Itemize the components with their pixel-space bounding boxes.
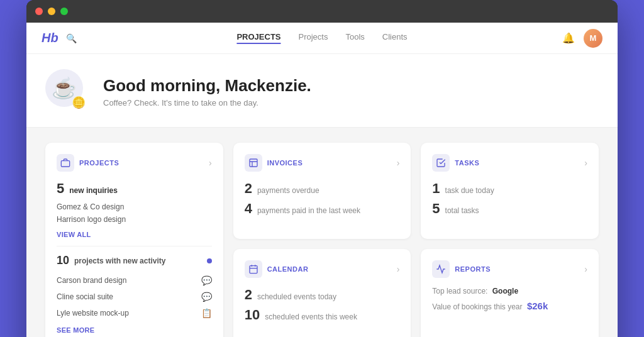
- calendar-card-header: CALENDAR ›: [245, 260, 400, 278]
- svg-rect-1: [250, 159, 257, 167]
- close-button[interactable]: [35, 8, 43, 15]
- activity-item-1[interactable]: Carson brand design 💬: [57, 272, 212, 289]
- reports-title: REPORTS: [455, 265, 491, 273]
- reports-card-header: REPORTS ›: [432, 260, 587, 278]
- maximize-button[interactable]: [60, 8, 68, 15]
- inquiries-label: new inquiries: [69, 186, 118, 195]
- calendar-label-2: scheduled events this week: [265, 312, 357, 321]
- reports-card: REPORTS › Top lead source: Google Value …: [421, 249, 599, 337]
- invoices-arrow[interactable]: ›: [397, 158, 400, 168]
- activity-indicator: [207, 258, 212, 263]
- invoices-count-2: 4: [245, 201, 252, 217]
- activity-header: 10 projects with new activity: [57, 254, 212, 267]
- doc-icon: 📋: [201, 308, 212, 318]
- activity-label: projects with new activity: [74, 257, 165, 265]
- reports-bookings-label: Value of bookings this year: [432, 302, 522, 311]
- svg-rect-0: [61, 161, 69, 167]
- calendar-stat-1: 2 scheduled events today: [245, 287, 400, 303]
- projects-card-header-left: PROJECTS: [57, 154, 119, 172]
- activity-count: 10: [57, 254, 69, 267]
- tasks-title: TASKS: [455, 159, 479, 167]
- calendar-card: CALENDAR › 2 scheduled events today 10 s…: [233, 249, 411, 337]
- nav-home[interactable]: PROJECTS: [236, 32, 280, 44]
- reports-icon: [432, 260, 450, 278]
- header-illustration: ☕ 🪙: [45, 69, 91, 114]
- inquiries-count: 5: [57, 180, 64, 197]
- app-container: Hb 🔍 PROJECTS Projects Tools Clients 🔔 M…: [26, 23, 618, 337]
- reports-bookings-value: $26k: [527, 301, 548, 311]
- nav-logo: Hb: [42, 31, 58, 45]
- nav-right: 🔔 M: [562, 29, 602, 48]
- greeting-title: Good morning, Mackenzie.: [103, 76, 311, 96]
- invoices-stat-2: 4 payments paid in the last week: [245, 201, 400, 217]
- tasks-count-1: 1: [432, 180, 440, 197]
- tasks-icon: [432, 154, 450, 172]
- activity-item-3[interactable]: Lyle website mock-up 📋: [57, 305, 212, 321]
- chat-icon-1: 💬: [201, 275, 212, 285]
- coin-icon: 🪙: [72, 96, 86, 109]
- activity-header-left: 10 projects with new activity: [57, 254, 165, 267]
- calendar-title: CALENDAR: [267, 265, 309, 273]
- nav-bar: Hb 🔍 PROJECTS Projects Tools Clients 🔔 M: [26, 23, 618, 54]
- minimize-button[interactable]: [48, 8, 55, 15]
- header-section: ☕ 🪙 Good morning, Mackenzie. Coffee? Che…: [26, 54, 618, 128]
- tasks-stat-2: 5 total tasks: [432, 201, 587, 217]
- invoices-stat-1: 2 payments overdue: [245, 180, 400, 197]
- projects-card-header: PROJECTS ›: [57, 154, 212, 172]
- main-content: PROJECTS › 5 new inquiries Gomez & Co de…: [26, 128, 618, 337]
- calendar-count-2: 10: [245, 307, 260, 323]
- reports-arrow[interactable]: ›: [584, 264, 587, 274]
- reports-lead-value: Google: [492, 287, 518, 296]
- tasks-stat-1: 1 task due today: [432, 180, 587, 197]
- projects-icon: [57, 154, 74, 172]
- greeting-subtitle: Coffee? Check. It's time to take on the …: [103, 98, 311, 108]
- svg-rect-2: [250, 266, 257, 273]
- invoices-card-header: INVOICES ›: [245, 154, 400, 172]
- invoices-card-header-left: INVOICES: [245, 154, 303, 172]
- calendar-arrow[interactable]: ›: [397, 264, 400, 274]
- project-item-1[interactable]: Gomez & Co design: [57, 201, 212, 213]
- avatar[interactable]: M: [584, 29, 602, 48]
- tasks-card: TASKS › 1 task due today 5 total tasks: [421, 143, 599, 239]
- view-all-button[interactable]: VIEW ALL: [57, 231, 212, 238]
- projects-card: PROJECTS › 5 new inquiries Gomez & Co de…: [45, 143, 223, 337]
- browser-chrome: [26, 0, 618, 23]
- nav-clients[interactable]: Clients: [382, 32, 408, 44]
- activity-item-2-label: Cline social suite: [57, 292, 113, 301]
- chat-icon-2: 💬: [201, 292, 212, 302]
- bell-icon[interactable]: 🔔: [562, 32, 575, 44]
- project-item-2[interactable]: Harrison logo design: [57, 213, 212, 226]
- reports-lead-label: Top lead source:: [432, 287, 487, 296]
- invoices-count-1: 2: [245, 180, 252, 197]
- calendar-count-1: 2: [245, 287, 252, 303]
- nav-tools[interactable]: Tools: [345, 32, 364, 44]
- reports-card-header-left: REPORTS: [432, 260, 491, 278]
- activity-item-1-label: Carson brand design: [57, 276, 126, 285]
- inquiries-row: 5 new inquiries: [57, 180, 212, 197]
- tasks-card-header: TASKS ›: [432, 154, 587, 172]
- invoices-card: INVOICES › 2 payments overdue 4 payments…: [233, 143, 411, 239]
- search-icon[interactable]: 🔍: [66, 33, 77, 43]
- projects-arrow[interactable]: ›: [209, 158, 212, 168]
- tasks-count-2: 5: [432, 201, 440, 217]
- see-more-button[interactable]: SEE MORE: [57, 326, 212, 334]
- reports-bookings-row: Value of bookings this year $26k: [432, 301, 587, 311]
- activity-item-2[interactable]: Cline social suite 💬: [57, 289, 212, 305]
- header-text: Good morning, Mackenzie. Coffee? Check. …: [103, 76, 311, 108]
- calendar-card-header-left: CALENDAR: [245, 260, 309, 278]
- tasks-card-header-left: TASKS: [432, 154, 479, 172]
- calendar-label-1: scheduled events today: [257, 292, 336, 301]
- invoices-label-1: payments overdue: [257, 186, 319, 195]
- projects-title: PROJECTS: [79, 159, 119, 167]
- tasks-arrow[interactable]: ›: [584, 158, 587, 168]
- browser-window: Hb 🔍 PROJECTS Projects Tools Clients 🔔 M…: [26, 0, 618, 337]
- nav-projects[interactable]: Projects: [299, 32, 328, 44]
- projects-divider: [57, 246, 212, 246]
- calendar-stat-2: 10 scheduled events this week: [245, 307, 400, 323]
- calendar-icon: [245, 260, 262, 278]
- nav-menu: PROJECTS Projects Tools Clients: [236, 32, 407, 44]
- activity-item-3-label: Lyle website mock-up: [57, 309, 129, 318]
- reports-lead-row: Top lead source: Google: [432, 287, 587, 296]
- invoices-icon: [245, 154, 262, 172]
- illustration-circle: ☕ 🪙: [45, 69, 83, 107]
